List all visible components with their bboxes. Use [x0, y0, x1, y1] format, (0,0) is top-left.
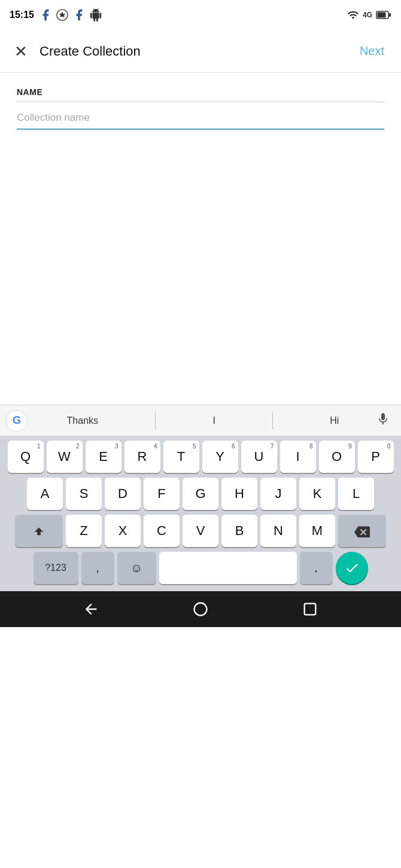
- key-x[interactable]: X: [105, 515, 141, 547]
- google-logo: G: [6, 410, 28, 432]
- key-i[interactable]: 8I: [280, 441, 316, 473]
- key-c[interactable]: C: [144, 515, 180, 547]
- key-e[interactable]: 3E: [86, 441, 121, 473]
- key-q[interactable]: 1Q: [8, 441, 44, 473]
- key-u[interactable]: 7U: [241, 441, 277, 473]
- soccer-icon: [56, 8, 69, 22]
- mic-icon[interactable]: [371, 409, 395, 432]
- network-label: 4G: [363, 11, 372, 19]
- svg-rect-3: [378, 13, 386, 18]
- suggestion-divider-2: [272, 412, 273, 429]
- key-row-4: ?123 , ☺ .: [2, 552, 399, 584]
- next-button[interactable]: Next: [353, 39, 391, 63]
- key-n[interactable]: N: [260, 515, 296, 547]
- back-button[interactable]: [78, 596, 104, 622]
- emoji-key[interactable]: ☺: [117, 552, 156, 584]
- key-z[interactable]: Z: [66, 515, 102, 547]
- key-row-2: A S D F G H J K L: [2, 478, 399, 510]
- key-d[interactable]: D: [105, 478, 141, 510]
- key-l[interactable]: L: [338, 478, 374, 510]
- key-o[interactable]: 9O: [319, 441, 355, 473]
- name-section-label: NAME: [17, 87, 384, 97]
- key-a[interactable]: A: [27, 478, 63, 510]
- suggestion-thanks[interactable]: Thanks: [60, 413, 105, 429]
- svg-rect-6: [305, 604, 316, 615]
- suggestion-hi[interactable]: Hi: [323, 413, 346, 429]
- battery-icon: [376, 10, 391, 20]
- key-v[interactable]: V: [183, 515, 218, 547]
- shift-key[interactable]: [15, 515, 63, 547]
- keyboard-area: G Thanks I Hi 1Q 2W 3E 4R 5T 6Y 7U 8I: [0, 405, 401, 591]
- suggestions-list: Thanks I Hi: [35, 412, 371, 429]
- svg-point-5: [194, 603, 206, 616]
- key-m[interactable]: M: [299, 515, 335, 547]
- comma-key[interactable]: ,: [81, 552, 114, 584]
- page-title: Create Collection: [40, 44, 353, 59]
- key-f[interactable]: F: [144, 478, 180, 510]
- space-key[interactable]: [159, 552, 297, 584]
- key-w[interactable]: 2W: [47, 441, 83, 473]
- key-k[interactable]: K: [299, 478, 335, 510]
- status-bar-right: 4G: [347, 9, 391, 21]
- section-divider: [17, 102, 384, 102]
- key-j[interactable]: J: [260, 478, 296, 510]
- key-s[interactable]: S: [66, 478, 102, 510]
- facebook-icon-2: [72, 8, 86, 22]
- g-letter: G: [13, 414, 21, 427]
- key-h[interactable]: H: [221, 478, 257, 510]
- status-icons: [39, 8, 102, 22]
- svg-marker-1: [59, 12, 65, 18]
- status-bar-left: 15:15: [10, 8, 102, 22]
- key-row-3: Z X C V B N M: [2, 515, 399, 547]
- recents-button[interactable]: [297, 596, 323, 622]
- empty-space: [0, 130, 401, 405]
- period-key[interactable]: .: [300, 552, 333, 584]
- numeric-key[interactable]: ?123: [34, 552, 78, 584]
- bottom-nav-bar: [0, 591, 401, 627]
- key-p[interactable]: 0P: [358, 441, 394, 473]
- status-time: 15:15: [10, 10, 34, 20]
- key-t[interactable]: 5T: [163, 441, 199, 473]
- keyboard-rows: 1Q 2W 3E 4R 5T 6Y 7U 8I 9O 0P A S D F G …: [0, 436, 401, 591]
- suggestion-divider-1: [155, 412, 156, 429]
- key-g[interactable]: G: [183, 478, 218, 510]
- status-bar: 15:15 4G: [0, 0, 401, 30]
- android-icon: [89, 8, 102, 22]
- wifi-icon: [347, 9, 359, 21]
- content-area: NAME: [0, 73, 401, 130]
- nav-bar: ✕ Create Collection Next: [0, 30, 401, 73]
- close-button[interactable]: ✕: [10, 39, 32, 64]
- facebook-icon: [39, 8, 52, 22]
- home-button[interactable]: [187, 596, 214, 622]
- key-row-1: 1Q 2W 3E 4R 5T 6Y 7U 8I 9O 0P: [2, 441, 399, 473]
- key-y[interactable]: 6Y: [202, 441, 238, 473]
- delete-key[interactable]: [338, 515, 386, 547]
- suggestion-i[interactable]: I: [205, 413, 222, 429]
- key-r[interactable]: 4R: [124, 441, 160, 473]
- suggestions-bar: G Thanks I Hi: [0, 405, 401, 436]
- enter-key[interactable]: [336, 552, 368, 584]
- svg-rect-4: [389, 13, 391, 17]
- collection-name-input[interactable]: [17, 108, 384, 130]
- key-b[interactable]: B: [221, 515, 257, 547]
